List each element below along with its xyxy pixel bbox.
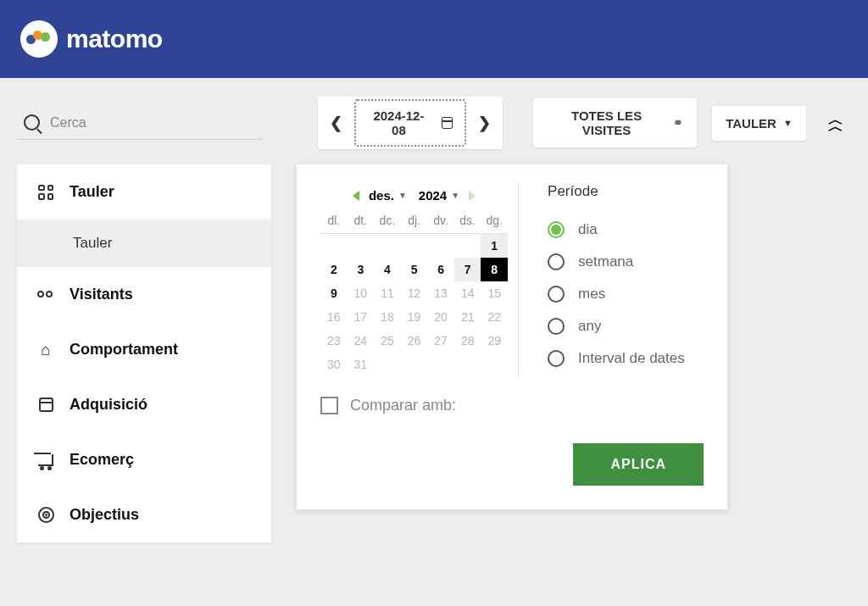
calendar-day[interactable]: 13 — [427, 281, 454, 305]
sidebar-item-ecommerce[interactable]: Ecomerç — [17, 432, 271, 487]
collapse-button[interactable]: ︿︿ — [821, 116, 851, 130]
radio-icon — [548, 253, 565, 270]
sidebar-item-label: Comportament — [70, 341, 178, 359]
sidebar-item-behaviour[interactable]: ⌂ Comportament — [17, 322, 271, 377]
sidebar-nav: Tauler Tauler Visitants ⌂ Comportament A… — [17, 164, 271, 542]
weekday-header: dc. — [374, 208, 401, 234]
date-range-group: ❮ 2024-12-08 ❯ — [318, 97, 503, 149]
sidebar-subitem-dashboard[interactable]: Tauler — [17, 220, 271, 267]
sidebar-item-visitors[interactable]: Visitants — [17, 267, 271, 322]
calendar-day[interactable]: 4 — [374, 258, 401, 281]
checkbox-icon — [320, 397, 338, 414]
calendar-day[interactable]: 18 — [374, 305, 401, 329]
calendar-day[interactable]: 2 — [320, 258, 348, 281]
calendar: des.▼ 2024▼ dl.dt.dc.dj.dv.ds.dg. 123456… — [320, 183, 519, 376]
date-picker-panel: des.▼ 2024▼ dl.dt.dc.dj.dv.ds.dg. 123456… — [297, 164, 727, 509]
weekday-header: dg. — [481, 208, 508, 234]
sidebar-item-dashboard[interactable]: Tauler — [17, 164, 271, 220]
radio-icon — [548, 318, 565, 335]
date-picker-button[interactable]: 2024-12-08 — [354, 99, 466, 147]
search-icon — [24, 114, 40, 131]
segment-icon: ⚭ — [673, 116, 683, 130]
cart-icon — [37, 452, 54, 469]
period-option-year[interactable]: any — [548, 310, 685, 342]
sidebar-item-label: Objectius — [70, 506, 139, 524]
weekday-header: dt. — [348, 208, 375, 234]
radio-icon — [548, 286, 565, 303]
calendar-day[interactable]: 10 — [348, 281, 375, 305]
period-option-week[interactable]: setmana — [548, 246, 685, 278]
calendar-day[interactable]: 27 — [427, 329, 454, 353]
next-period-button[interactable]: ❯ — [466, 97, 503, 149]
month-selector[interactable]: des.▼ — [369, 188, 407, 203]
calendar-day[interactable]: 29 — [481, 329, 508, 353]
period-label: setmana — [578, 253, 633, 270]
view-switcher-button[interactable]: TAULER ▼ — [712, 106, 806, 141]
calendar-day[interactable]: 31 — [348, 353, 375, 376]
compare-label: Comparar amb: — [350, 397, 456, 414]
weekday-header: dv. — [427, 208, 454, 234]
calendar-grid: dl.dt.dc.dj.dv.ds.dg. 123456789101112131… — [320, 208, 508, 376]
calendar-day[interactable]: 8 — [481, 258, 508, 281]
segment-button[interactable]: TOTES LES VISITES ⚭ — [533, 98, 697, 147]
calendar-day[interactable]: 1 — [481, 234, 508, 259]
segment-label: TOTES LES VISITES — [547, 108, 666, 137]
sidebar-subitem-label: Tauler — [73, 235, 112, 251]
grid-icon — [37, 184, 54, 201]
period-selector: Període diasetmanamesanyInterval de date… — [544, 183, 685, 376]
sidebar-item-acquisition[interactable]: Adquisició — [17, 377, 271, 432]
calendar-day[interactable]: 30 — [320, 353, 348, 376]
logo[interactable]: matomo — [20, 20, 163, 58]
period-option-range[interactable]: Interval de dates — [548, 342, 685, 375]
year-selector[interactable]: 2024▼ — [419, 188, 459, 203]
sidebar-item-label: Tauler — [70, 183, 114, 201]
calendar-day[interactable]: 23 — [320, 329, 348, 353]
calendar-day[interactable]: 20 — [427, 305, 454, 329]
current-date: 2024-12-08 — [368, 108, 430, 137]
sidebar-item-label: Ecomerç — [70, 451, 134, 469]
calendar-day[interactable]: 14 — [454, 281, 481, 305]
calendar-day[interactable]: 12 — [401, 281, 428, 305]
calendar-day[interactable]: 21 — [454, 305, 481, 329]
view-label: TAULER — [726, 116, 776, 131]
period-option-month[interactable]: mes — [548, 278, 685, 310]
window-icon — [37, 397, 54, 414]
calendar-day[interactable]: 7 — [454, 258, 481, 281]
prev-month-button[interactable] — [353, 191, 359, 201]
calendar-day[interactable]: 9 — [320, 281, 348, 305]
search-input[interactable]: Cerca — [17, 106, 263, 140]
next-month-button[interactable] — [469, 191, 476, 201]
logo-text: matomo — [66, 25, 163, 53]
calendar-day[interactable]: 5 — [401, 258, 428, 281]
bell-icon: ⌂ — [37, 342, 54, 359]
compare-toggle[interactable]: Comparar amb: — [320, 397, 704, 414]
calendar-day[interactable]: 15 — [481, 281, 508, 305]
calendar-day[interactable]: 24 — [348, 329, 375, 353]
calendar-icon — [442, 117, 453, 129]
app-header: matomo — [0, 0, 868, 78]
calendar-day[interactable]: 26 — [401, 329, 428, 353]
weekday-header: ds. — [454, 208, 481, 234]
sidebar-item-label: Visitants — [70, 286, 133, 303]
period-label: mes — [578, 286, 605, 303]
calendar-day[interactable]: 22 — [481, 305, 508, 329]
period-option-day[interactable]: dia — [548, 214, 685, 246]
calendar-day[interactable]: 3 — [348, 258, 375, 281]
weekday-header: dl. — [320, 208, 348, 234]
sidebar-item-label: Adquisició — [70, 396, 147, 414]
radio-icon — [548, 221, 565, 238]
sidebar-item-goals[interactable]: Objectius — [17, 487, 271, 542]
calendar-day[interactable]: 25 — [374, 329, 401, 353]
logo-mark-icon — [20, 20, 58, 58]
calendar-day[interactable]: 16 — [320, 305, 348, 329]
calendar-day[interactable]: 19 — [401, 305, 428, 329]
calendar-day[interactable]: 28 — [454, 329, 481, 353]
prev-period-button[interactable]: ❮ — [318, 97, 354, 149]
calendar-day[interactable]: 6 — [427, 258, 454, 281]
period-title: Període — [548, 183, 685, 200]
target-icon — [37, 507, 54, 524]
calendar-day[interactable]: 11 — [374, 281, 401, 305]
calendar-day[interactable]: 17 — [348, 305, 375, 329]
apply-button[interactable]: APLICA — [573, 443, 704, 486]
search-placeholder: Cerca — [50, 115, 86, 131]
